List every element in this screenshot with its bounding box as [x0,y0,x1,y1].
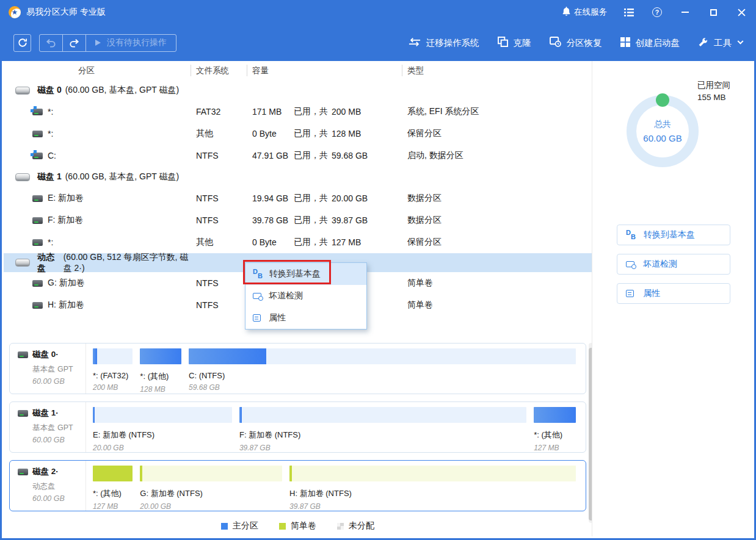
context-menu: 转换到基本盘 坏道检测 属性 [245,262,367,329]
app-title: 易我分区大师 专业版 [26,7,106,18]
column-header-type: 类型 [402,61,592,80]
surface-test-icon [626,261,634,267]
redo-icon [69,38,79,48]
online-service-button[interactable]: 在线服务 [562,7,607,18]
convert-to-basic-icon [626,231,636,240]
partition-table-pane: 分区 文件系统 容量 类型 磁盘 0 (60.00 GB, 基本盘, GPT 磁… [4,61,592,536]
convert-to-basic-button[interactable]: 转换到基本盘 [617,225,730,245]
refresh-button[interactable] [13,34,31,52]
properties-button[interactable]: 属性 [617,283,730,304]
chevron-down-icon [738,38,744,44]
play-icon [95,40,101,46]
bell-icon [562,7,570,18]
partition-icon [32,195,43,202]
partition-icon [32,302,43,309]
column-header-filesystem: 文件系统 [191,61,247,80]
menu-list-icon[interactable] [623,6,635,18]
execute-pending-button[interactable]: 没有待执行操作 [86,37,176,48]
legend-primary-swatch [221,523,228,530]
used-space-label: 已用空间 155 MB [697,79,730,104]
partition-recovery-button[interactable]: 分区恢复 [550,37,602,49]
partition-segment[interactable]: H: 新加卷 (NTFS) 39.87 GB [289,466,576,511]
table-row[interactable]: C: NTFS 47.91 GB已用，共59.68 GB 启动, 数据分区 [4,145,592,167]
properties-icon [626,290,634,297]
clone-button[interactable]: 克隆 [498,37,531,49]
partition-icon [32,239,43,246]
titlebar: 易我分区大师 专业版 在线服务 [2,0,754,24]
partition-segment[interactable]: G: 新加卷 (NTFS) 20.00 GB [140,466,282,511]
bootable-disk-icon [620,37,630,49]
partition-icon [32,131,43,137]
legend: 主分区 简单卷 未分配 [4,520,592,531]
partition-segment[interactable]: F: 新加卷 (NTFS) 39.87 GB [239,407,526,452]
right-panel: 已用空间 155 MB 总共 60.00 GB 转换到基本盘 坏道检测 [592,61,752,536]
partition-icon [32,153,43,159]
column-header-partition: 分区 [4,61,191,80]
tools-icon [698,37,708,49]
app-logo-icon [9,6,21,18]
close-button[interactable] [735,6,747,18]
disk-card[interactable]: 磁盘 0· 基本盘 GPT 60.00 GB *: (FAT32) 200 MB… [9,343,586,394]
tools-button[interactable]: 工具 [698,37,743,49]
undo-button[interactable] [40,35,62,51]
app-window: 易我分区大师 专业版 在线服务 [0,0,756,540]
partition-segment[interactable]: *: (其他) 127 MB [534,407,576,452]
partition-icon [32,217,43,224]
redo-button[interactable] [63,35,85,51]
clone-icon [498,37,508,49]
table-row[interactable]: F: 新加卷 NTFS 39.78 GB已用，共39.87 GB 数据分区 [4,209,592,231]
table-header: 分区 文件系统 容量 类型 [4,61,592,80]
context-menu-item-properties[interactable]: 属性 [245,307,366,329]
table-row[interactable]: *: FAT32 171 MB已用，共200 MB 系统, EFI 系统分区 [4,101,592,123]
context-menu-item-convert-to-basic[interactable]: 转换到基本盘 [245,263,366,285]
partition-segment[interactable]: *: (其他) 128 MB [140,348,181,394]
properties-icon [253,314,261,322]
disk-card-selected[interactable]: 磁盘 2· 动态盘 60.00 GB *: (其他) 127 MB G: 新加卷… [9,460,586,511]
minimize-button[interactable] [679,6,691,18]
migrate-os-icon [409,37,421,49]
disk-drive-icon [18,469,28,475]
undo-icon [46,38,56,48]
toolbar: 没有待执行操作 迁移操作系统 克隆 分区恢复 创建启动盘 工具 [2,24,754,61]
legend-simple-volume-swatch [279,523,286,530]
maximize-button[interactable] [707,6,719,18]
partition-segment[interactable]: *: (FAT32) 200 MB [93,348,133,394]
partition-segment[interactable]: C: (NTFS) 59.68 GB [189,348,576,394]
disk-group-row[interactable]: 磁盘 1 (60.00 GB, 基本盘, GPT 磁盘) [4,167,592,187]
refresh-icon [18,38,27,48]
disk-icon [15,173,30,181]
disk-icon [15,87,30,95]
column-header-capacity: 容量 [247,61,402,80]
surface-test-button[interactable]: 坏道检测 [617,254,730,275]
legend-unallocated-swatch [337,523,344,530]
help-icon[interactable] [651,6,663,18]
partition-recovery-icon [550,37,561,49]
partition-icon [32,109,43,115]
operations-group: 没有待执行操作 [39,34,176,52]
convert-to-basic-icon [253,270,263,279]
disk-usage-donut: 总共 60.00 GB [627,95,699,167]
disk-map: 磁盘 0· 基本盘 GPT 60.00 GB *: (FAT32) 200 MB… [4,343,592,511]
migrate-os-button[interactable]: 迁移操作系统 [409,37,479,49]
surface-test-icon [253,293,261,299]
partition-icon [32,280,43,287]
pending-operations-label: 没有待执行操作 [107,37,167,48]
online-service-label: 在线服务 [574,7,607,18]
table-row[interactable]: *: 其他 0 Byte已用，共127 MB 保留分区 [4,231,592,253]
partition-segment[interactable]: E: 新加卷 (NTFS) 20.00 GB [93,407,232,452]
disk-drive-icon [18,351,28,358]
partition-segment[interactable]: *: (其他) 127 MB [93,466,133,511]
create-bootable-disk-button[interactable]: 创建启动盘 [620,37,680,49]
disk-card[interactable]: 磁盘 1· 基本盘 GPT 60.00 GB E: 新加卷 (NTFS) 20.… [9,401,586,453]
context-menu-item-surface-test[interactable]: 坏道检测 [245,285,366,307]
disk-group-row[interactable]: 磁盘 0 (60.00 GB, 基本盘, GPT 磁盘) [4,80,592,101]
disk-drive-icon [18,410,28,417]
table-row[interactable]: *: 其他 0 Byte已用，共128 MB 保留分区 [4,123,592,145]
table-row[interactable]: E: 新加卷 NTFS 19.94 GB已用，共20.00 GB 数据分区 [4,187,592,209]
disk-icon [15,259,30,267]
